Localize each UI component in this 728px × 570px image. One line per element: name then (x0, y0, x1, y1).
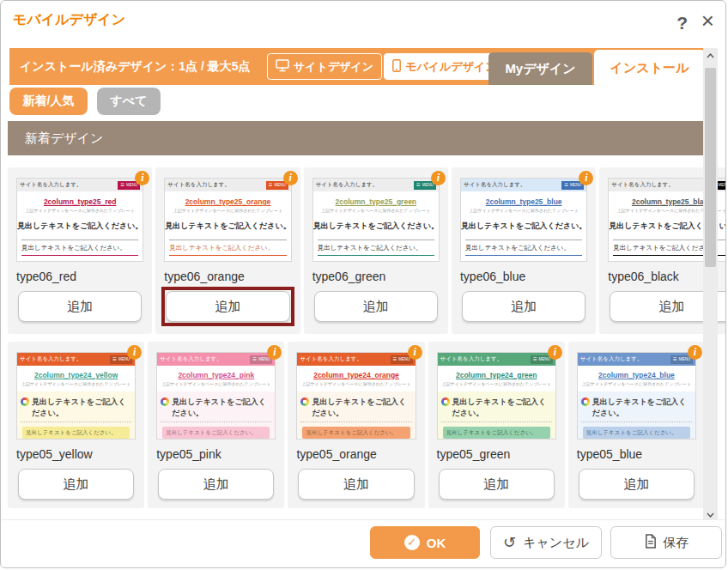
thumb-tinted-section: 見出しテキストをご記入ください。 見出しテキストをご記入ください。 (157, 391, 275, 439)
design-thumbnail[interactable]: サイト名を入力します。 ≡MENU 2column_type24_yellow … (16, 352, 136, 440)
thumb-heading: 見出しテキストをご記入ください。 (172, 397, 271, 418)
design-grid-row-1: サイト名を入力します。 ≡MENU 2column_type25_red 上記サ… (8, 167, 705, 334)
thumb-header: サイト名を入力します。 ≡MENU (165, 179, 290, 191)
design-thumbnail[interactable]: サイト名を入力します。 ≡MENU 2column_type25_green 上… (312, 178, 440, 262)
thumb-header: サイト名を入力します。 ≡MENU (157, 353, 275, 366)
info-icon[interactable]: i (127, 345, 142, 360)
add-button[interactable]: 追加 (18, 469, 134, 500)
phone-icon (392, 59, 401, 75)
info-icon[interactable]: i (135, 171, 149, 185)
design-name: type06_red (16, 270, 143, 283)
cancel-button[interactable]: ↺ キャンセル (490, 526, 602, 559)
add-button-wrap: 追加 (579, 469, 695, 500)
thumb-header: サイト名を入力します。 ≡MENU (438, 353, 555, 366)
template-subtitle: 上記サイトデザインをベースに製作されたテンプレート (313, 208, 439, 213)
scrollbar-thumb[interactable] (705, 68, 716, 267)
add-button[interactable]: 追加 (579, 469, 695, 500)
thumb-dotted-divider (161, 421, 271, 422)
design-thumbnail[interactable]: サイト名を入力します。 ≡MENU 2column_type25_red 上記サ… (16, 178, 143, 262)
filter-all[interactable]: すべて (97, 88, 161, 115)
design-name: type05_pink (156, 447, 276, 461)
thumb-site-name: サイト名を入力します。 (440, 355, 503, 363)
thumb-divider (318, 240, 434, 240)
color-wheel-icon (161, 397, 169, 406)
add-button-wrap: 追加 (18, 291, 142, 322)
thumb-site-name: サイト名を入力します。 (464, 181, 526, 189)
cancel-label: キャンセル (523, 535, 589, 551)
site-design-label: サイトデザイン (294, 59, 373, 75)
thumb-subheading: 見出しテキストをご記入ください。 (465, 244, 582, 256)
design-thumbnail[interactable]: サイト名を入力します。 ≡MENU 2column_type24_blue 上記… (577, 352, 696, 440)
info-icon[interactable]: i (688, 345, 702, 360)
design-card-type06_orange: サイト名を入力します。 ≡MENU 2column_type25_orange … (155, 167, 300, 334)
info-icon[interactable]: i (548, 345, 562, 360)
thumb-site-name: サイト名を入力します。 (20, 355, 82, 363)
design-thumbnail[interactable]: サイト名を入力します。 ≡MENU 2column_type24_pink 上記… (156, 352, 276, 440)
undo-icon: ↺ (503, 535, 516, 550)
thumb-tinted-section: 見出しテキストをご記入ください。 見出しテキストをご記入ください。 (438, 391, 555, 439)
thumb-header: サイト名を入力します。 ≡MENU (17, 179, 143, 191)
design-card-type05_orange: サイト名を入力します。 ≡MENU 2column_type24_orange … (288, 342, 424, 508)
dialog-title: モバイルデザイン (13, 11, 125, 29)
thumb-heading: 見出しテキストをご記入ください。 (165, 221, 290, 232)
mobile-design-toggle[interactable]: モバイルデザイン (384, 53, 505, 80)
section-header: 新着デザイン (8, 121, 705, 155)
thumb-heading: 見出しテキストをご記入ください。 (592, 397, 692, 418)
thumb-subheading: 見出しテキストをご記入ください。 (318, 244, 434, 256)
template-link: 2column_type24_orange (297, 371, 415, 379)
thumb-header: サイト名を入力します。 ≡MENU (578, 353, 695, 366)
info-icon[interactable]: i (431, 171, 446, 185)
add-button-wrap: 追加 (158, 469, 274, 500)
design-thumbnail[interactable]: サイト名を入力します。 ≡MENU 2column_type25_orange … (164, 178, 291, 262)
template-link: 2column_type24_yellow (17, 371, 135, 379)
design-thumbnail[interactable]: サイト名を入力します。 ≡MENU 2column_type25_blue 上記… (460, 178, 587, 262)
thumb-body: 2column_type24_blue 上記サイトデザインをベースに製作されたテ… (578, 366, 695, 391)
site-design-toggle[interactable]: サイトデザイン (267, 53, 382, 80)
info-icon[interactable]: i (408, 345, 422, 360)
design-card-type05_pink: サイト名を入力します。 ≡MENU 2column_type24_pink 上記… (148, 342, 284, 508)
add-button[interactable]: 追加 (439, 469, 555, 500)
thumb-tinted-section: 見出しテキストをご記入ください。 見出しテキストをご記入ください。 (17, 391, 135, 439)
thumb-site-name: サイト名を入力します。 (20, 181, 82, 189)
thumb-header: サイト名を入力します。 ≡MENU (17, 353, 135, 366)
color-wheel-icon (21, 397, 29, 406)
ok-button[interactable]: ✓ OK (370, 526, 480, 559)
add-button-wrap: 追加 (439, 469, 555, 500)
thumb-header: サイト名を入力します。 ≡MENU (297, 353, 415, 366)
info-icon[interactable]: i (283, 171, 298, 185)
thumb-body: 2column_type24_green 上記サイトデザインをベースに製作された… (438, 366, 555, 391)
mobile-design-label: モバイルデザイン (405, 59, 496, 75)
add-button[interactable]: 追加 (298, 469, 414, 500)
info-icon[interactable]: i (267, 345, 282, 360)
add-button[interactable]: 追加 (314, 291, 438, 322)
scroll-up-button[interactable] (703, 48, 718, 64)
close-icon[interactable]: × (701, 9, 714, 32)
thumb-header: サイト名を入力します。 ≡MENU (461, 179, 586, 191)
help-icon[interactable]: ? (676, 13, 688, 33)
mobile-design-dialog: モバイルデザイン ? × インストール済みデザイン：1点 / 最大5点 サイトデ… (0, 0, 726, 568)
thumb-site-name: サイト名を入力します。 (611, 181, 674, 189)
add-button[interactable]: 追加 (462, 291, 585, 322)
save-button[interactable]: 保存 (610, 526, 722, 559)
design-name: type06_orange (164, 270, 291, 283)
design-card-type06_blue: サイト名を入力します。 ≡MENU 2column_type25_blue 上記… (452, 167, 596, 334)
tab-install[interactable]: インストール (594, 50, 705, 85)
design-name: type05_orange (296, 447, 416, 461)
design-grid-row-2: サイト名を入力します。 ≡MENU 2column_type24_yellow … (8, 342, 705, 508)
tab-my-design[interactable]: Myデザイン (488, 52, 592, 85)
template-subtitle: 上記サイトデザインをベースに製作されたテンプレート (17, 208, 143, 213)
info-icon[interactable]: i (579, 171, 593, 185)
design-type-toggle-group: サイトデザイン モバイルデザイン (267, 53, 506, 80)
thumb-body: 2column_type24_yellow 上記サイトデザインをベースに製作され… (17, 366, 135, 391)
thumb-site-name: サイト名を入力します。 (300, 355, 362, 363)
scrollbar[interactable] (703, 48, 718, 523)
color-wheel-icon (300, 397, 309, 406)
design-thumbnail[interactable]: サイト名を入力します。 ≡MENU 2column_type24_orange … (296, 352, 416, 440)
add-button[interactable]: 追加 (158, 469, 274, 500)
thumb-body: 2column_type24_orange 上記サイトデザインをベースに製作され… (297, 366, 415, 391)
add-button[interactable]: 追加 (166, 291, 289, 322)
filter-new-popular[interactable]: 新着/人気 (9, 88, 88, 115)
add-button[interactable]: 追加 (18, 291, 142, 322)
add-button-wrap: 追加 (166, 291, 289, 322)
design-thumbnail[interactable]: サイト名を入力します。 ≡MENU 2column_type24_green 上… (437, 352, 556, 440)
